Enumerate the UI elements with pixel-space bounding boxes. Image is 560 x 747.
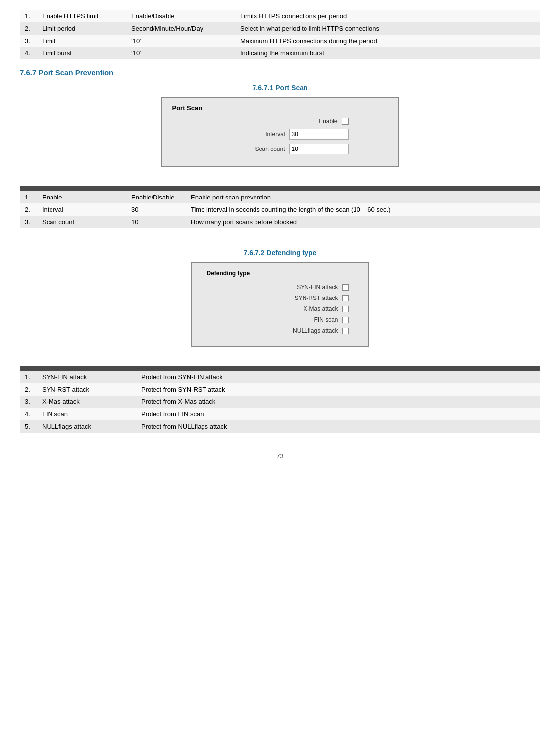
row-name: Limit period [37,22,126,35]
defend-panel-row: SYN-RST attack [207,295,354,301]
row-value: ‘10’ [126,35,235,47]
defend-panel-label: X-Mas attack [279,305,338,312]
row-name: NULLflags attack [37,420,136,433]
port-scan-scancount-label: Scan count [246,146,285,152]
table-row: 3. Scan count 10 How many port scans bef… [20,216,540,228]
row-name: Scan count [37,216,126,228]
port-scan-scancount-input[interactable] [289,144,349,154]
defend-panel-label: NULLflags attack [279,327,338,334]
table-row: 4. FIN scan Protect from FIN scan [20,408,540,420]
defending-table: 1. SYN-FIN attack Protect from SYN-FIN a… [20,366,540,433]
port-scan-table: 1. Enable Enable/Disable Enable port sca… [20,186,540,228]
port-scan-interval-input[interactable] [289,129,349,140]
row-description: Maximum HTTPS connections during the per… [235,35,540,47]
defending-type-panel: Defending type SYN-FIN attack SYN-RST at… [191,262,369,347]
defend-panel-checkbox[interactable] [342,284,349,291]
row-num: 1. [20,371,37,383]
row-num: 3. [20,396,37,408]
col-header [136,366,540,371]
row-value: Enable/Disable [126,10,235,22]
row-description: How many port scans before blocked [186,216,540,228]
row-name: Limit [37,35,126,47]
subsection-2-header: 7.6.7.2 Defending type [20,249,540,257]
defend-panel-label: SYN-RST attack [279,295,338,301]
table-row: 2. Interval 30 Time interval in seconds … [20,203,540,216]
defending-type-panel-title: Defending type [207,270,354,277]
col-header [20,366,37,371]
defend-panel-row: FIN scan [207,316,354,323]
row-description: Protect from NULLflags attack [136,420,540,433]
port-scan-enable-checkbox[interactable] [342,118,349,125]
row-num: 2. [20,203,37,216]
row-num: 4. [20,47,37,59]
port-scan-scancount-row: Scan count [172,144,388,154]
defend-panel-checkbox[interactable] [342,306,349,312]
page-number: 73 [20,452,540,460]
section-header-main: 7.6.7 Port Scan Prevention [20,68,540,77]
table-row: 4. Limit burst ‘10’ Indicating the maxim… [20,47,540,59]
row-name: SYN-RST attack [37,383,136,396]
row-description: Time interval in seconds counting the le… [186,203,540,216]
col-header [20,186,37,191]
defend-panel-checkbox[interactable] [342,317,349,323]
defend-panel-row: X-Mas attack [207,305,354,312]
row-description: Protect from X-Mas attack [136,396,540,408]
defend-panel-row: NULLflags attack [207,327,354,334]
row-num: 2. [20,22,37,35]
table-row: 5. NULLflags attack Protect from NULLfla… [20,420,540,433]
col-header [186,186,540,191]
port-scan-enable-row: Enable [172,118,388,125]
table-row: 3. Limit ‘10’ Maximum HTTPS connections … [20,35,540,47]
row-value: 30 [126,203,186,216]
row-description: Select in what period to limit HTTPS con… [235,22,540,35]
row-name: Enable [37,191,126,203]
row-name: X-Mas attack [37,396,136,408]
defend-panel-row: SYN-FIN attack [207,284,354,291]
row-num: 2. [20,383,37,396]
row-description: Protect from FIN scan [136,408,540,420]
row-num: 1. [20,10,37,22]
row-name: Limit burst [37,47,126,59]
row-value: 10 [126,216,186,228]
port-scan-panel-title: Port Scan [172,104,388,112]
row-num: 1. [20,191,37,203]
subsection-1-header: 7.6.7.1 Port Scan [20,84,540,92]
col-header [37,186,126,191]
https-limit-table: 1. Enable HTTPS limit Enable/Disable Lim… [20,10,540,59]
col-header [37,366,136,371]
row-num: 4. [20,408,37,420]
row-value: Second/Minute/Hour/Day [126,22,235,35]
col-header [126,186,186,191]
table-row: 1. Enable HTTPS limit Enable/Disable Lim… [20,10,540,22]
table-row: 3. X-Mas attack Protect from X-Mas attac… [20,396,540,408]
table-row: 2. SYN-RST attack Protect from SYN-RST a… [20,383,540,396]
row-name: FIN scan [37,408,136,420]
row-name: SYN-FIN attack [37,371,136,383]
row-value: ‘10’ [126,47,235,59]
defend-panel-label: FIN scan [279,316,338,323]
table-row: 1. Enable Enable/Disable Enable port sca… [20,191,540,203]
row-num: 3. [20,216,37,228]
table-row: 1. SYN-FIN attack Protect from SYN-FIN a… [20,371,540,383]
port-scan-enable-label: Enable [298,118,338,125]
row-name: Enable HTTPS limit [37,10,126,22]
row-description: Protect from SYN-RST attack [136,383,540,396]
row-description: Limits HTTPS connections per period [235,10,540,22]
row-num: 5. [20,420,37,433]
defend-panel-checkbox[interactable] [342,328,349,334]
table-row: 2. Limit period Second/Minute/Hour/Day S… [20,22,540,35]
row-description: Indicating the maximum burst [235,47,540,59]
defend-panel-label: SYN-FIN attack [279,284,338,291]
row-description: Protect from SYN-FIN attack [136,371,540,383]
row-num: 3. [20,35,37,47]
defend-panel-checkbox[interactable] [342,295,349,301]
row-name: Interval [37,203,126,216]
port-scan-panel: Port Scan Enable Interval Scan count [161,97,399,167]
port-scan-interval-label: Interval [246,131,285,138]
port-scan-interval-row: Interval [172,129,388,140]
row-description: Enable port scan prevention [186,191,540,203]
row-value: Enable/Disable [126,191,186,203]
